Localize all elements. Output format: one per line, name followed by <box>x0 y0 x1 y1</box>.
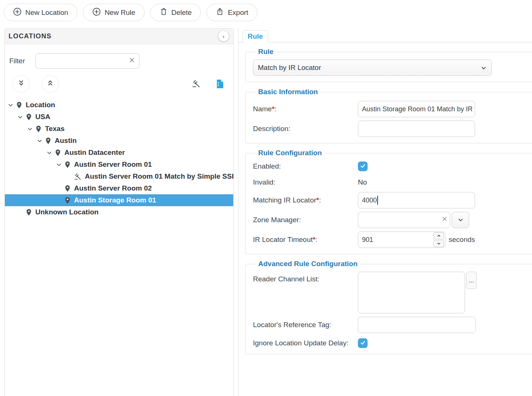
tree-node[interactable]: Austin Datacenter <box>5 147 233 159</box>
export-icon <box>216 7 224 17</box>
ir-locator-timeout-label: IR Locator Timeout*: <box>253 236 358 244</box>
collapse-all-button[interactable] <box>41 75 59 93</box>
description-label: Description: <box>253 125 358 133</box>
tree-node-label: USA <box>35 113 50 121</box>
rule-panel: Rule Rule Match by IR Locator Basic Info… <box>238 28 532 396</box>
location-pin-icon <box>64 185 71 192</box>
zone-manager-dropdown-button[interactable] <box>452 212 469 228</box>
chevron-down-icon[interactable] <box>37 138 43 144</box>
location-pin-icon <box>26 113 32 121</box>
chevron-down-icon[interactable] <box>27 126 33 132</box>
basic-information-fieldset: Basic Information Name*: Austin Storage … <box>245 88 532 143</box>
location-pin-icon <box>55 149 61 157</box>
tree-node-label: Unknown Location <box>35 208 99 216</box>
new-rule-button[interactable]: New Rule <box>83 4 144 21</box>
tree-toolbar <box>12 75 233 92</box>
plus-circle-icon <box>92 7 101 18</box>
chevron-down-icon[interactable] <box>8 102 14 108</box>
rule-tool-icon[interactable] <box>192 79 201 89</box>
reader-channel-list-more-button[interactable]: ... <box>466 272 477 289</box>
basic-information-legend: Basic Information <box>256 88 320 96</box>
delete-label: Delete <box>172 9 192 17</box>
export-button[interactable]: Export <box>206 4 257 21</box>
ignore-location-update-delay-label: Ignore Location Update Delay: <box>253 339 358 347</box>
tree-node-label: Austin Server Room 01 Match by Simple SS… <box>85 172 234 181</box>
advanced-rule-configuration-legend: Advanced Rule Configuration <box>256 260 360 268</box>
document-tool-icon[interactable] <box>216 79 224 90</box>
trash-icon <box>160 7 168 17</box>
delete-button[interactable]: Delete <box>150 4 201 21</box>
ignore-location-update-delay-checkbox[interactable] <box>358 338 368 348</box>
double-chevron-down-icon <box>17 79 25 89</box>
new-rule-label: New Rule <box>105 9 135 17</box>
tab-rule[interactable]: Rule <box>242 30 268 42</box>
name-label: Name*: <box>253 105 358 113</box>
tree-node-label: Location <box>26 101 55 109</box>
zone-manager-label: Zone Manager: <box>253 216 358 224</box>
locations-title: LOCATIONS <box>9 32 51 40</box>
rule-fieldset: Rule Match by IR Locator <box>245 48 532 82</box>
tree-node[interactable]: Austin <box>5 135 233 147</box>
enabled-checkbox[interactable] <box>358 162 368 171</box>
tree-node-label: Austin Server Room 02 <box>74 184 152 192</box>
checkmark-icon <box>360 339 366 347</box>
new-location-button[interactable]: New Location <box>4 4 77 21</box>
chevron-down-icon[interactable] <box>47 150 52 156</box>
tree-node[interactable]: Location <box>5 99 233 111</box>
spinner-up-button[interactable] <box>433 232 444 239</box>
filter-label: Filter <box>9 57 31 65</box>
text-caret <box>377 196 378 205</box>
expand-all-button[interactable] <box>12 75 30 93</box>
export-label: Export <box>228 9 248 17</box>
rule-configuration-fieldset: Rule Configuration Enabled: Invalid: No … <box>245 149 532 254</box>
filter-input[interactable] <box>35 53 140 68</box>
spinner-down-button[interactable] <box>433 240 444 247</box>
name-field[interactable]: Austin Storage Room 01 Match by IR Locat… <box>358 101 475 117</box>
advanced-rule-configuration-fieldset: Advanced Rule Configuration Reader Chann… <box>245 260 532 354</box>
locator-reference-tag-field[interactable] <box>358 317 476 333</box>
double-chevron-up-icon <box>47 79 54 89</box>
zone-manager-field[interactable] <box>358 212 450 228</box>
panel-collapse-button[interactable]: ‹ <box>218 31 229 41</box>
rule-type-select[interactable]: Match by IR Locator <box>253 60 492 76</box>
tree-node[interactable]: Austin Storage Room 01 <box>5 194 233 206</box>
location-pin-icon <box>35 125 42 133</box>
tree-node-label: Austin Server Room 01 <box>74 160 152 169</box>
enabled-label: Enabled: <box>253 162 358 170</box>
location-pin-icon <box>64 197 71 204</box>
tree-node[interactable]: Austin Server Room 01 <box>5 159 233 170</box>
matching-ir-locator-field[interactable]: 4000 <box>358 192 475 208</box>
chevron-down-icon[interactable] <box>17 114 23 120</box>
tree-node[interactable]: USA <box>5 111 233 123</box>
tree-node[interactable]: Austin Server Room 01 Match by Simple SS… <box>5 170 233 182</box>
tree-node[interactable]: Unknown Location <box>5 206 233 218</box>
checkmark-icon <box>360 163 366 170</box>
rule-icon <box>74 173 81 180</box>
tree-node[interactable]: Texas <box>5 123 233 135</box>
clear-filter-icon[interactable] <box>128 57 136 65</box>
ir-locator-timeout-field[interactable] <box>358 231 445 248</box>
reader-channel-list-label: Reader Channel List: <box>253 272 358 283</box>
plus-circle-icon <box>13 7 22 18</box>
toolbar: New Location New Rule Delete Export <box>4 4 257 21</box>
tree-node-label: Austin Storage Room 01 <box>74 196 156 204</box>
rule-configuration-legend: Rule Configuration <box>256 149 324 157</box>
location-tree: Location USA Texas Austin <box>5 99 233 218</box>
matching-ir-locator-label: Matching IR Locator*: <box>253 196 358 204</box>
locations-panel: LOCATIONS ‹ Filter <box>4 28 234 396</box>
chevron-down-icon[interactable] <box>56 162 62 167</box>
clear-zone-manager-icon[interactable] <box>442 216 448 223</box>
location-pin-icon <box>26 208 32 216</box>
tree-node-label: Austin <box>55 137 77 145</box>
location-pin-icon <box>45 137 51 145</box>
reader-channel-list-field[interactable] <box>358 272 465 313</box>
rule-type-value: Match by IR Locator <box>258 64 321 72</box>
timeout-unit-label: seconds <box>449 236 475 244</box>
locations-header: LOCATIONS <box>5 29 233 44</box>
filter-row: Filter <box>9 53 233 68</box>
new-location-label: New Location <box>25 9 68 17</box>
invalid-value: No <box>358 178 367 186</box>
rule-legend: Rule <box>256 48 276 56</box>
description-field[interactable] <box>358 121 475 137</box>
tree-node[interactable]: Austin Server Room 02 <box>5 182 233 194</box>
